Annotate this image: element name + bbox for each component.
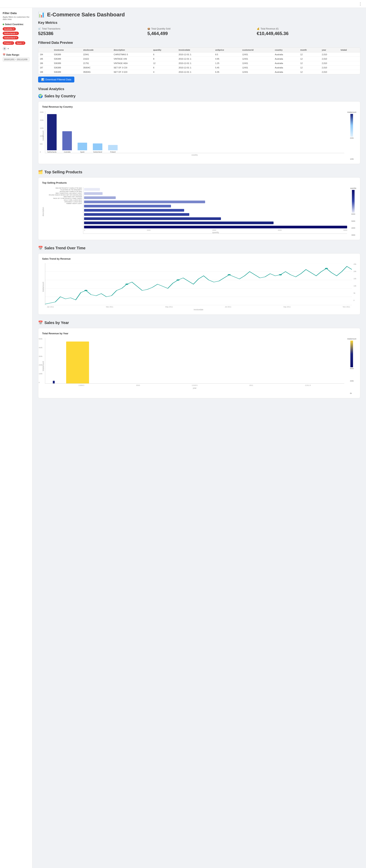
bar-poland-rect <box>108 145 118 150</box>
remove-netherlands[interactable]: × <box>16 32 17 35</box>
tag-poland[interactable]: Poland × <box>3 41 14 45</box>
bar-netherlands-rect <box>47 114 57 150</box>
cell-quantity: 6 <box>151 52 177 57</box>
products-bars-area: 0 1000 2000 4000 6000 quantity <box>83 187 347 234</box>
cell-unitprice: 8.5 <box>214 52 241 57</box>
country-chart-title: Total Revenue by Country <box>42 105 356 108</box>
bar-switzerland: Switzerland <box>93 144 102 153</box>
metric-revenue: 💰 Total Revenue (€) €10,449,465.36 <box>257 27 360 36</box>
tag-spain[interactable]: Spain × <box>15 41 25 45</box>
dots-menu-icon[interactable]: ⋮ <box>358 2 362 6</box>
cell-stockcode: 35004C <box>82 65 112 70</box>
tag-australia[interactable]: Australia × <box>3 27 16 31</box>
table-row: 198 536389 35004G SET OF 3 GOI 4 2010-12… <box>38 70 360 74</box>
table-row: 195 536389 21622 VINTAGE UNI 8 2010-12-0… <box>38 57 360 61</box>
year-chart-title: Total Revenue by Year <box>42 332 356 335</box>
trend-y-ticks: 25k 20k 15k 10k 5k 0 <box>354 263 356 305</box>
country-bars: 250k 200k 150k 100k 50k 0 Netherlands <box>45 111 344 153</box>
metric-transactions-value: 525386 <box>38 31 142 36</box>
cell-description: CHRISTMAS S <box>112 52 151 57</box>
row-num: 198 <box>38 70 52 74</box>
tag-switzerland[interactable]: Switzerland × <box>3 36 19 39</box>
hbar-2 <box>84 192 103 195</box>
trend-svg <box>45 263 352 305</box>
page-title: E-Commerce Sales Dashboard <box>47 11 125 18</box>
top-products-section: 🗂️ Top Selling Products Top Selling Prod… <box>38 170 360 240</box>
country-legend: totalamount 200k 100k <box>347 111 356 160</box>
products-chart-wrapper: description RED RETROSPOT CHARLOTTE BAG … <box>42 187 356 236</box>
sales-by-year-header: 📅 Sales by Year <box>38 320 360 325</box>
app-container: ⋮ Filter Data Apply filters to customize… <box>0 0 366 868</box>
cell-totalal <box>339 65 360 70</box>
remove-australia[interactable]: × <box>13 28 14 30</box>
bar-2010 <box>53 381 55 383</box>
svg-point-10 <box>228 274 231 275</box>
trend-chart-area: Jan 2011 Mar 2011 May 2011 Jul 2011 Sep … <box>45 263 352 311</box>
cell-customerid: 12431 <box>241 70 273 74</box>
cell-stockcode: 22941 <box>82 52 112 57</box>
cell-country: Australia <box>273 52 299 57</box>
bar-australia: Australia <box>62 131 72 153</box>
hbar-row-1 <box>84 188 347 191</box>
cell-unitprice: 5.45 <box>214 65 241 70</box>
hbar-7 <box>84 213 189 216</box>
data-preview-section: Filtered Data Preview invoiceno stockcod… <box>38 41 360 83</box>
metric-quantity-value: 5,464,499 <box>147 31 251 36</box>
col-invoicedate: invoicedate <box>177 48 214 52</box>
metrics-grid: 🛒 Total Transactions 525386 📦 Total Quan… <box>38 27 360 36</box>
remove-switzerland[interactable]: × <box>16 36 17 39</box>
col-stockcode: stockcode <box>82 48 112 52</box>
hbar-row-9 <box>84 221 347 224</box>
year-chart-wrapper: totalamount 500k 400k 300k 200k 100k 0 <box>42 338 356 394</box>
country-tags: Australia × Netherlands × Switzerland × <box>3 27 30 39</box>
cell-country: Australia <box>273 65 299 70</box>
cell-totalal <box>339 70 360 74</box>
gear-button[interactable]: ⚙ <box>3 46 6 51</box>
cell-invoiceno: 536389 <box>52 70 82 74</box>
cell-customerid: 12431 <box>241 57 273 61</box>
cell-month: 12 <box>299 52 320 57</box>
products-legend-bar <box>352 190 355 213</box>
year-icon: 📅 <box>38 320 43 325</box>
cell-unitprice: 1.25 <box>214 61 241 65</box>
cell-invoicedate: 2010-12-01 1: <box>177 65 214 70</box>
tag-controls: ⚙ ▾ <box>3 46 30 51</box>
metric-quantity: 📦 Total Quantity Sold 5,464,499 <box>147 27 251 36</box>
hbar-4 <box>84 200 205 203</box>
date-range-label: 📅 Date Range: <box>3 54 30 56</box>
date-range-value[interactable]: 2010/12/01 ~ 2011/12/09 <box>3 57 30 62</box>
remove-poland[interactable]: × <box>11 42 12 44</box>
row-num: 197 <box>38 65 52 70</box>
hbar-row-6 <box>84 209 347 212</box>
key-metrics-title: Key Metrics <box>38 21 360 25</box>
svg-point-7 <box>84 290 87 291</box>
sales-by-year-title: Sales by Year <box>45 320 69 325</box>
col-unitprice: unitprice <box>214 48 241 52</box>
hbar-row-8 <box>84 217 347 220</box>
globe-icon: 🌍 <box>38 94 43 98</box>
tag-netherlands[interactable]: Netherlands × <box>3 32 19 35</box>
dropdown-button[interactable]: ▾ <box>8 48 9 50</box>
data-table-container: invoiceno stockcode description quantity… <box>38 48 360 74</box>
country-y-ticks: 250k 200k 150k 100k 50k 0 <box>40 111 44 153</box>
hbar-row-3 <box>84 196 347 199</box>
year-y-axis-label: totalamount <box>42 361 44 371</box>
cell-country: Australia <box>273 57 299 61</box>
country-legend-bar <box>350 114 353 137</box>
cell-customerid: 12431 <box>241 61 273 65</box>
hbar-5 <box>84 205 171 208</box>
cell-invoicedate: 2010-12-01 1: <box>177 61 214 65</box>
col-year: year <box>320 48 339 52</box>
bar-2011 <box>66 342 89 383</box>
remove-spain[interactable]: × <box>23 42 24 44</box>
download-button[interactable]: 📊 Download Filtered Data <box>38 76 74 83</box>
products-x-ticks: 0 1000 2000 4000 6000 <box>84 229 347 231</box>
cell-year: 2,010 <box>320 65 339 70</box>
download-icon: 📊 <box>41 78 44 81</box>
sales-trend-chart: Sales Trend by Revenue totalamount <box>38 253 360 315</box>
visual-analytics-title: Visual Analytics <box>38 87 360 91</box>
metric-transactions-label: 🛒 Total Transactions <box>38 27 142 30</box>
year-legend: totalamount 400k 200k 0k <box>347 338 356 394</box>
cell-totalal <box>339 61 360 65</box>
table-row: 194 536389 22941 CHRISTMAS S 6 2010-12-0… <box>38 52 360 57</box>
